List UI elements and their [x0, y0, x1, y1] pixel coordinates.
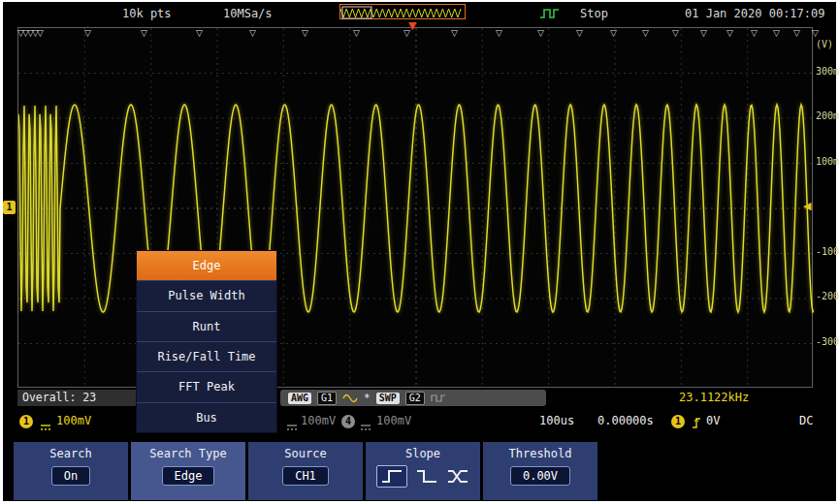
popup-item-fft-peak[interactable]: FFT Peak: [137, 371, 276, 401]
menu-section-search[interactable]: Search On: [14, 442, 128, 500]
search-type-popup-menu: Edge Pulse Width Runt Rise/Fall Time FFT…: [136, 250, 277, 433]
search-type-label: Search Type: [131, 442, 245, 460]
ylabel-200m: 200m: [816, 110, 839, 121]
search-event-marker-icon: ▽: [353, 29, 360, 38]
search-event-marker-icon: ▽: [793, 29, 800, 38]
ch3-dc-coupling-icon: [285, 418, 299, 436]
sample-rate: 10MSa/s: [223, 7, 273, 20]
search-event-marker-icon: ▽: [642, 29, 649, 38]
search-event-marker-icon: ▽: [496, 29, 502, 38]
slope-rising-icon[interactable]: [376, 465, 407, 488]
menu-section-source[interactable]: Source CH1: [248, 442, 363, 500]
awg-status-bar[interactable]: AWG G1 * SWP G2: [280, 390, 546, 406]
datetime: 01 Jan 2020 00:17:09: [685, 7, 825, 20]
trigger-type-square-wave-icon: [539, 5, 561, 23]
channel1-scale[interactable]: 100mV: [56, 414, 91, 427]
trigger-level-marker-icon[interactable]: ◀: [803, 200, 811, 213]
sweep-badge: SWP: [376, 393, 400, 404]
threshold-button[interactable]: 0.00V: [510, 466, 570, 486]
sine-wave-icon: [342, 389, 358, 407]
search-event-marker-icon: ▽: [196, 29, 203, 38]
trigger-position-marker-icon[interactable]: ▼: [408, 20, 416, 31]
search-event-marker-icon: ▽: [141, 29, 147, 38]
g1-badge: G1: [317, 392, 337, 405]
menu-section-threshold[interactable]: Threshold 0.00V: [483, 442, 597, 500]
popup-item-bus[interactable]: Bus: [137, 402, 276, 432]
ylabel-100m: 100m: [816, 156, 839, 167]
slope-either-icon[interactable]: [446, 465, 469, 488]
trigger-level-value[interactable]: 0V: [706, 414, 720, 427]
search-on-button[interactable]: On: [51, 466, 90, 486]
awg-badge: AWG: [288, 393, 311, 404]
search-event-marker-icon: ▽: [451, 29, 458, 38]
memory-depth: 10k pts: [122, 7, 172, 20]
popup-item-pulse-width[interactable]: Pulse Width: [137, 280, 276, 310]
menu-section-search-type[interactable]: Search Type Edge: [131, 442, 245, 500]
ylabel-n200m: -200m: [816, 291, 839, 301]
timebase[interactable]: 100us: [539, 414, 574, 427]
source-button[interactable]: CH1: [282, 466, 329, 486]
v-unit-label: (V): [816, 39, 833, 49]
channel3-scale[interactable]: 100mV: [301, 414, 336, 427]
ch4-dc-coupling-icon: [359, 418, 372, 436]
waveform-preview-box[interactable]: [339, 4, 466, 19]
ylabel-n300m: -300m: [816, 336, 839, 347]
menu-section-slope[interactable]: Slope: [366, 442, 480, 500]
search-event-marker-icon: ▽: [302, 29, 308, 38]
frequency-counter: 23.1122kHz: [679, 391, 749, 404]
sweep-active-indicator: *: [364, 392, 371, 404]
threshold-label: Threshold: [483, 442, 597, 460]
search-event-marker-icon: ▽: [610, 29, 617, 38]
channel1-badge[interactable]: 1: [19, 415, 33, 428]
popup-item-edge[interactable]: Edge: [137, 251, 276, 280]
g2-badge: G2: [405, 392, 425, 405]
ch1-dc-coupling-icon: [39, 418, 52, 436]
square-wave-icon: [431, 389, 446, 407]
search-event-marker-icon: ▽: [672, 29, 679, 38]
channel4-badge[interactable]: 4: [341, 415, 355, 428]
trigger-coupling[interactable]: DC: [799, 414, 813, 427]
search-event-marker-icon: ▽: [84, 29, 91, 38]
search-event-marker-icon: ▽: [576, 29, 583, 38]
source-label: Source: [248, 442, 363, 460]
trigger-edge-icon: [691, 415, 702, 433]
search-type-button[interactable]: Edge: [162, 466, 215, 486]
trigger-source-badge[interactable]: 1: [671, 415, 685, 428]
run-state: Stop: [580, 7, 608, 20]
slope-label: Slope: [366, 442, 480, 460]
search-event-marker-icon: ▽: [773, 29, 780, 38]
search-event-marker-icon: ▽: [700, 29, 707, 38]
search-event-marker-icon: ▽: [37, 29, 44, 38]
search-event-marker-icon: ▽: [812, 29, 819, 38]
search-event-marker-icon: ▽: [249, 29, 256, 38]
slope-falling-icon[interactable]: [415, 465, 438, 488]
search-event-marker-icon: ▽: [751, 29, 758, 38]
search-event-marker-icon: ▽: [537, 29, 544, 38]
search-event-marker-icon: ▽: [726, 29, 733, 38]
ylabel-300m: 300m: [816, 66, 839, 77]
device-frame: 10k pts 10MSa/s Stop 01 Jan 2020 00:17:0…: [0, 0, 839, 504]
channel1-position-marker[interactable]: 1: [3, 201, 16, 214]
preview-waveform: [340, 6, 465, 19]
search-label: Search: [14, 442, 128, 460]
popup-item-rise-fall-time[interactable]: Rise/Fall Time: [137, 341, 276, 371]
channel4-scale[interactable]: 100mV: [376, 414, 411, 427]
popup-item-runt[interactable]: Runt: [137, 311, 276, 341]
horizontal-offset[interactable]: 0.00000s: [597, 414, 654, 427]
search-overall-count: Overall: 23: [17, 390, 142, 406]
ylabel-n100m: -100m: [816, 246, 839, 257]
